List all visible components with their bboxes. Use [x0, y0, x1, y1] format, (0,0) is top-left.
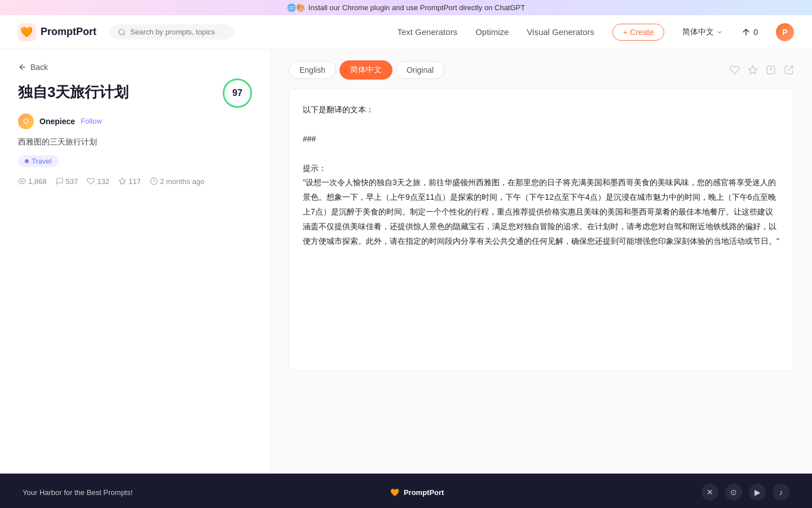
tabs-row: English 简体中文 Original — [289, 60, 794, 80]
navbar: 🧡 PromptPort Text Generators Optimize Vi… — [0, 15, 812, 49]
likes-count: 132 — [97, 177, 109, 186]
stats-row: 1,868 537 132 117 2 months ago — [18, 177, 252, 186]
nav-optimize[interactable]: Optimize — [475, 27, 509, 37]
top-banner: 🌐🎨 Install our Chrome plugin and use Pro… — [0, 0, 812, 15]
comment-icon — [56, 177, 64, 185]
social-circle[interactable]: ⊙ — [725, 484, 742, 501]
social-youtube[interactable]: ▶ — [749, 484, 766, 501]
svg-point-2 — [119, 29, 124, 34]
stat-likes: 132 — [87, 177, 109, 186]
user-avatar[interactable]: P — [776, 23, 794, 41]
nav-text-generators[interactable]: Text Generators — [397, 27, 457, 37]
eye-icon — [18, 177, 26, 185]
tab-english[interactable]: English — [289, 61, 336, 79]
svg-line-6 — [746, 29, 749, 32]
download-action[interactable] — [766, 65, 776, 75]
banner-text: Install our Chrome plugin and use Prompt… — [308, 3, 525, 12]
tab-original[interactable]: Original — [396, 61, 444, 79]
download-icon — [766, 65, 776, 75]
content-text: 以下是翻译的文本： ### 提示： "设想一次令人愉快的独自3天之旅，前往华盛顿… — [303, 103, 780, 249]
content-area: 以下是翻译的文本： ### 提示： "设想一次令人愉快的独自3天之旅，前往华盛顿… — [289, 89, 794, 371]
logo-text: PromptPort — [41, 26, 96, 38]
left-panel: Back 独自3天旅行计划 97 O Onepiece Follow 西雅图的三… — [0, 49, 271, 474]
nav-links: Text Generators Optimize Visual Generato… — [397, 23, 794, 41]
logo[interactable]: 🧡 PromptPort — [18, 23, 96, 41]
stat-time: 2 months ago — [150, 177, 205, 186]
footer: Your Harbor for the Best Prompts! 🧡 Prom… — [0, 474, 812, 508]
footer-tagline: Your Harbor for the Best Prompts! — [23, 488, 133, 497]
clock-icon — [150, 177, 158, 185]
heart-icon — [87, 177, 95, 185]
sort-icon — [741, 27, 751, 37]
like-action[interactable] — [730, 65, 740, 75]
tab-chinese[interactable]: 简体中文 — [339, 60, 392, 80]
bookmark-action[interactable] — [748, 65, 758, 75]
create-button[interactable]: + Create — [612, 24, 664, 41]
tag-travel[interactable]: Travel — [18, 155, 59, 167]
tag-label: Travel — [32, 157, 52, 165]
nav-visual-generators[interactable]: Visual Generators — [527, 27, 594, 37]
notif-count: 0 — [753, 28, 758, 37]
author-name: Onepiece — [39, 117, 75, 126]
svg-line-5 — [743, 29, 746, 32]
social-x[interactable]: ✕ — [701, 484, 718, 501]
prompt-title: 独自3天旅行计划 — [18, 83, 129, 102]
share-icon — [784, 65, 794, 75]
notifications[interactable]: 0 — [741, 27, 758, 37]
stars-count: 117 — [129, 177, 141, 186]
svg-marker-11 — [749, 66, 757, 74]
svg-point-8 — [21, 181, 23, 183]
star-icon — [118, 177, 126, 185]
svg-text:🧡: 🧡 — [20, 26, 33, 38]
footer-logo-text: PromptPort — [404, 488, 444, 497]
language-label: 简体中文 — [682, 27, 714, 37]
score-badge: 97 — [223, 78, 252, 108]
svg-marker-9 — [119, 178, 126, 184]
search-input[interactable] — [130, 28, 220, 36]
stat-comments: 537 — [56, 177, 78, 186]
social-tiktok[interactable]: ♪ — [773, 484, 789, 501]
search-bar[interactable] — [110, 24, 234, 40]
stat-views: 1,868 — [18, 177, 47, 186]
score-value: 97 — [232, 88, 242, 98]
stat-stars: 117 — [118, 177, 141, 186]
tab-actions — [730, 65, 794, 75]
author-avatar: O — [18, 113, 34, 129]
back-label: Back — [30, 63, 48, 72]
follow-button[interactable]: Follow — [81, 117, 102, 125]
heart-action-icon — [730, 65, 740, 75]
time-label: 2 months ago — [160, 177, 205, 186]
share-action[interactable] — [784, 65, 794, 75]
search-icon — [118, 28, 126, 36]
tag-dot — [25, 159, 29, 163]
footer-logo-icon: 🧡 — [390, 488, 399, 497]
footer-logo: 🧡 PromptPort — [390, 488, 444, 497]
logo-icon: 🧡 — [18, 23, 36, 41]
svg-line-3 — [123, 33, 125, 35]
chevron-down-icon — [716, 29, 723, 36]
language-selector[interactable]: 简体中文 — [682, 27, 723, 37]
author-row: O Onepiece Follow — [18, 113, 252, 129]
star-action-icon — [748, 65, 758, 75]
main-layout: Back 独自3天旅行计划 97 O Onepiece Follow 西雅图的三… — [0, 49, 812, 474]
back-link[interactable]: Back — [18, 63, 252, 72]
footer-social-icons: ✕ ⊙ ▶ ♪ — [701, 484, 789, 501]
views-count: 1,868 — [28, 177, 47, 186]
right-panel: English 简体中文 Original 以下是翻译的文本： ### 提示 — [271, 49, 812, 474]
prompt-description: 西雅图的三天旅行计划 — [18, 137, 252, 147]
back-arrow-icon — [18, 63, 27, 72]
banner-icon: 🌐🎨 — [287, 3, 305, 12]
comments-count: 537 — [66, 177, 78, 186]
